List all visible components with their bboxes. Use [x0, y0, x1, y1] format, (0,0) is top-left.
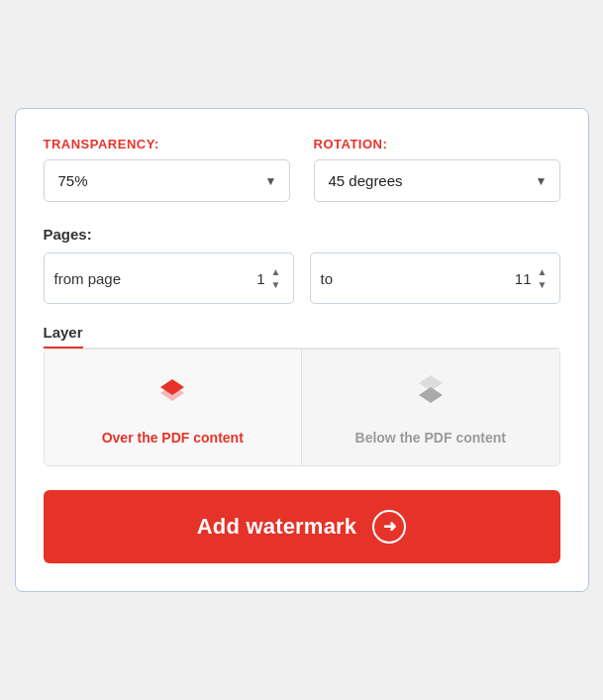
transparency-label: TRANSPARENCY: — [44, 137, 290, 151]
layer-below-label: Below the PDF content — [355, 429, 506, 447]
pages-label: Pages: — [44, 226, 560, 243]
add-watermark-arrow-icon: ➜ — [372, 510, 406, 544]
pages-row: from page 1 ▲ ▼ to 11 ▲ ▼ — [44, 252, 560, 304]
add-watermark-button[interactable]: Add watermark ➜ — [44, 490, 560, 563]
rotation-group: ROTATION: 0 degrees 45 degrees 90 degree… — [314, 137, 560, 202]
layer-over-button[interactable]: Over the PDF content — [45, 350, 303, 464]
rotation-select[interactable]: 0 degrees 45 degrees 90 degrees 135 degr… — [315, 160, 559, 201]
to-page-text: to — [321, 270, 334, 287]
to-page-value: 11 — [508, 270, 532, 287]
from-page-spinner: ▲ ▼ — [269, 266, 283, 291]
add-watermark-label: Add watermark — [197, 514, 357, 540]
layer-section: Layer Over the PDF content — [44, 324, 560, 465]
layer-label: Layer — [44, 324, 83, 349]
transparency-select[interactable]: 25% 50% 75% 100% — [45, 160, 289, 201]
layer-header-row: Layer — [44, 324, 560, 349]
layer-over-label: Over the PDF content — [102, 429, 244, 447]
from-page-box: from page 1 ▲ ▼ — [44, 252, 294, 304]
to-page-down-button[interactable]: ▼ — [536, 279, 550, 291]
top-controls-row: TRANSPARENCY: 25% 50% 75% 100% ▼ ROTATIO… — [44, 137, 560, 202]
to-page-number-area: 11 ▲ ▼ — [508, 266, 550, 291]
main-card: TRANSPARENCY: 25% 50% 75% 100% ▼ ROTATIO… — [15, 108, 589, 591]
from-page-up-button[interactable]: ▲ — [269, 266, 283, 278]
layer-below-button[interactable]: Below the PDF content — [302, 350, 559, 464]
to-page-up-button[interactable]: ▲ — [536, 266, 550, 278]
transparency-group: TRANSPARENCY: 25% 50% 75% 100% ▼ — [44, 137, 290, 202]
layer-header-line — [83, 348, 560, 349]
from-page-value: 1 — [242, 270, 265, 287]
to-page-spinner: ▲ ▼ — [536, 266, 550, 291]
to-page-box: to 11 ▲ ▼ — [310, 252, 560, 304]
rotation-label: ROTATION: — [314, 137, 560, 151]
transparency-select-wrapper: 25% 50% 75% 100% ▼ — [44, 159, 290, 202]
rotation-select-wrapper: 0 degrees 45 degrees 90 degrees 135 degr… — [314, 159, 560, 202]
svg-marker-3 — [419, 387, 443, 403]
layer-options: Over the PDF content Below the PDF conte… — [44, 349, 560, 465]
layer-over-icon — [151, 371, 194, 415]
from-page-number-area: 1 ▲ ▼ — [242, 266, 283, 291]
layer-below-icon — [409, 371, 452, 415]
from-page-text: from page — [54, 270, 122, 287]
from-page-down-button[interactable]: ▼ — [269, 279, 283, 291]
pages-section: Pages: from page 1 ▲ ▼ to 11 ▲ — [44, 226, 560, 304]
